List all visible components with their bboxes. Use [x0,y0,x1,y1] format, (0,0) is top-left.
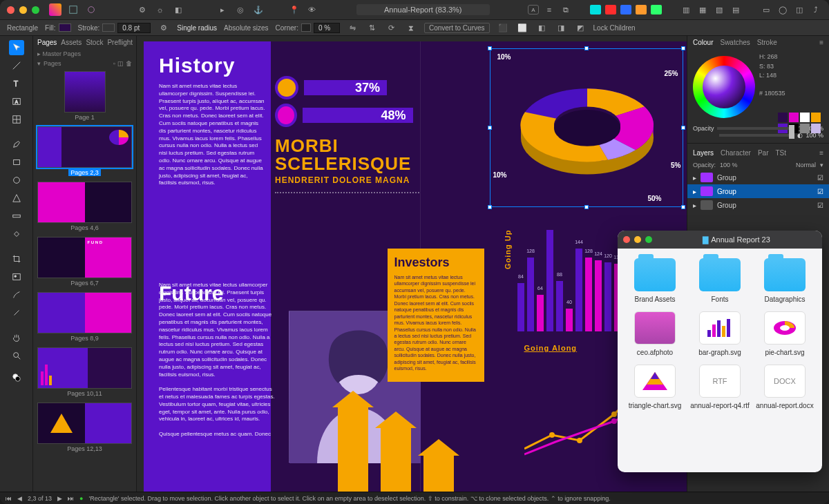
flip-v-icon[interactable]: ⇅ [366,21,379,34]
finder-item[interactable]: bar-graph.svg [689,311,750,356]
thumb-page-10-11[interactable]: Pages 10,11 [37,347,132,397]
axis-label-going-up[interactable]: Going Up [504,230,512,270]
tab-assets[interactable]: Assets [61,39,82,46]
layer-row[interactable]: ▸Group☑ [687,184,829,198]
duplicate-page-icon[interactable]: ◫ [117,60,124,67]
fields-icon[interactable]: ⧉ [560,3,572,16]
fill-tool-icon[interactable] [9,226,24,242]
eyedropper-icon[interactable] [9,305,24,320]
minimize-icon[interactable] [19,6,27,14]
hbar-row-2[interactable]: 48% [275,104,413,127]
preferences-icon[interactable]: ☼ [154,3,166,16]
swatch-blue-icon[interactable] [620,5,631,14]
swatch-red-icon[interactable] [605,5,616,14]
subheadline[interactable]: HENDRERIT DOLORE MAGNA [275,175,413,185]
convert-curves-button[interactable]: Convert to Curves [424,23,490,33]
stroke-swatch-icon[interactable] [102,23,115,32]
insert-image-icon[interactable]: ▭ [760,3,772,16]
swatch-icon[interactable] [800,113,810,122]
lock-children-toggle[interactable]: Lock Children [593,24,636,32]
zoom-tool-icon[interactable] [9,348,24,363]
body-history[interactable]: Nam sit amet metus vitae lectus ullamcor… [159,83,266,187]
target-icon[interactable]: ◎ [234,3,247,16]
minimize-icon[interactable] [634,236,641,243]
pin-icon[interactable]: 📍 [288,3,301,16]
fill-field[interactable]: Fill: [45,23,71,32]
place-image-icon[interactable] [9,269,24,284]
hand-tool-icon[interactable] [9,330,24,345]
stroke-field[interactable]: Stroke: [78,23,151,33]
delete-page-icon[interactable]: 🗑 [126,60,132,67]
gear-icon[interactable]: ⚙ [136,3,149,16]
finder-item[interactable]: ceo.afphoto [625,311,685,356]
align-right-icon[interactable]: ▧ [713,3,725,16]
insert-chart-icon[interactable]: ◫ [793,3,806,16]
textframe-icon[interactable]: A [528,5,539,14]
swatch-cyan-icon[interactable] [590,5,601,14]
zoom-icon[interactable] [645,236,652,243]
layer-row[interactable]: ▸Group☑ [687,171,829,184]
align-center-icon[interactable]: ▦ [696,3,709,16]
tab-textstyles[interactable]: TSt [775,149,786,157]
brush-tool-icon[interactable] [9,287,24,302]
page-indicator[interactable]: 2,3 of 13 [28,495,52,502]
vector-crop-icon[interactable] [9,251,24,266]
insert-shape-icon[interactable]: ◯ [776,3,789,16]
finder-window[interactable]: ▇Annual Report 23 Brand Assets Fonts Dat… [618,231,822,472]
investors-box[interactable]: Investors Nam sit amet metus vitae lectu… [388,249,484,382]
tab-character[interactable]: Character [721,149,751,157]
frame-text-tool-icon[interactable]: A [9,94,24,109]
node-tool-icon[interactable] [9,58,24,73]
finder-item[interactable]: Datagraphics [754,258,815,303]
tab-swatches[interactable]: Swatches [720,39,750,46]
tab-preflight[interactable]: Preflight [107,39,133,46]
preview-icon[interactable]: 👁 [306,3,318,16]
panel-menu-icon[interactable]: ≡ [819,39,823,46]
arrow-group[interactable] [338,407,454,492]
canvas[interactable]: History Nam sit amet metus vitae lectus … [137,36,687,492]
mirror-icon[interactable]: ⧗ [405,21,417,34]
color-swap-icon[interactable] [9,370,24,385]
donut-chart-selection[interactable]: 10% 25% 5% 50% 10% [490,48,683,207]
preflight-ok-icon[interactable]: ● [79,495,83,502]
boolean-int-icon[interactable]: ◧ [535,21,548,34]
pen-tool-icon[interactable] [9,137,24,152]
layers-opacity-value[interactable]: 100 % [720,162,738,168]
zoom-icon[interactable] [32,6,39,14]
baseline-icon[interactable]: ≡ [543,3,555,16]
tab-paragraph[interactable]: Par [758,149,769,157]
gradient-tool-icon[interactable] [9,209,24,224]
single-radius-toggle[interactable]: Single radius [177,24,217,32]
absolute-sizes-toggle[interactable]: Absolute sizes [224,24,268,32]
ellipse-tool-icon[interactable] [9,173,24,188]
finder-item[interactable]: pie-chart.svg [754,311,815,356]
color-wheel[interactable] [693,56,755,118]
close-icon[interactable] [623,236,630,243]
corner-value-input[interactable] [314,23,340,33]
tab-pages[interactable]: Pages [37,39,57,46]
nav-prev-icon[interactable]: ◀ [17,495,22,502]
anchor-icon[interactable]: ⚓ [252,3,265,16]
swatch-orange-icon[interactable] [636,5,647,14]
visibility-checkbox[interactable]: ☑ [817,202,823,209]
corner-field[interactable]: Corner: [276,23,340,33]
blend-mode[interactable]: Normal [796,162,816,168]
tab-layers[interactable]: Layers [693,149,714,157]
swatch-icon[interactable] [789,113,799,122]
finder-item[interactable]: DOCXannual-report.docx [754,365,815,409]
axis-label-going-along[interactable]: Going Along [524,344,578,352]
thumb-page-4-6[interactable]: Pages 4,6 [37,182,132,231]
hex-value[interactable]: # 180535 [759,90,785,98]
visibility-checkbox[interactable]: ☑ [817,188,823,195]
align-left-icon[interactable]: ▥ [680,3,692,16]
swatch-icon[interactable] [811,124,821,133]
boolean-div-icon[interactable]: ◩ [574,21,587,34]
distribute-icon[interactable]: ▤ [730,3,742,16]
thumb-page-1[interactable]: Page 1 [37,71,132,121]
corner-type-icon[interactable] [301,23,311,32]
panel-menu-icon[interactable]: ≡ [819,149,823,157]
arrow-icon[interactable]: ▸ [216,3,229,16]
thumb-page-8-9[interactable]: Pages 8,9 [37,292,132,342]
gear-small-icon[interactable]: ⚙ [158,21,170,34]
tab-stroke[interactable]: Stroke [757,39,777,46]
